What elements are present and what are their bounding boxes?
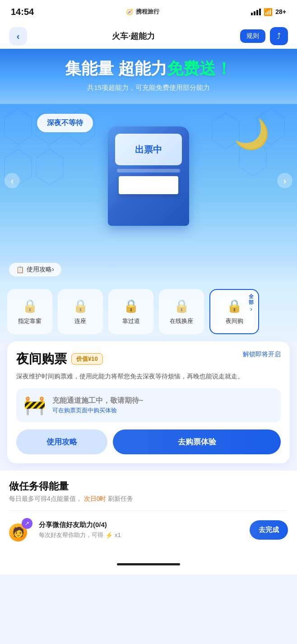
- home-bar: [117, 563, 180, 565]
- rules-button[interactable]: 规则: [240, 29, 265, 43]
- ticket-machine: 出票中: [108, 126, 189, 226]
- feature-label: 指定靠窗: [18, 317, 42, 325]
- lock-icon: 🔒: [73, 299, 88, 313]
- status-center: 🧭 携程旅行: [126, 8, 159, 16]
- status-time: 14:54: [11, 7, 34, 17]
- lock-icon: 🔒: [174, 299, 190, 313]
- share-button[interactable]: ⤴: [270, 27, 288, 45]
- unlock-text: 解锁即将开启: [243, 350, 281, 359]
- nav-bar: ‹ 火车·超能力 规则 ⤴: [0, 23, 297, 49]
- page-title: 火车·超能力: [112, 31, 155, 42]
- hero-title: 集能量 超能力免费送！: [11, 58, 286, 80]
- machine-screen: 出票中: [115, 134, 182, 165]
- left-arrow-icon: ‹: [11, 176, 14, 186]
- tasks-title: 做任务得能量: [9, 480, 288, 493]
- hero-banner: 集能量 超能力免费送！ 共15项超能力，可充能免费使用部分能力: [0, 49, 297, 104]
- carousel-prev-button[interactable]: ‹: [5, 173, 20, 188]
- buy-button[interactable]: 去购票体验: [113, 429, 281, 454]
- hero-subtitle: 共15项超能力，可充能免费使用部分能力: [11, 84, 286, 92]
- machine-slot: [117, 169, 180, 173]
- back-button[interactable]: ‹: [9, 27, 27, 45]
- all-label: 全部 ›: [249, 294, 254, 313]
- task-name: 分享微信好友助力(0/4): [39, 521, 243, 529]
- feature-label: 在线换座: [170, 317, 193, 325]
- battery-indicator: 28+: [275, 8, 286, 15]
- speech-bubble: 深夜不等待: [36, 113, 94, 133]
- feature-window[interactable]: 🔒 指定靠窗: [7, 289, 52, 334]
- guide-section: 📋 使用攻略›: [0, 257, 297, 284]
- task-info: 分享微信好友助力(0/4) 每次好友帮你助力，可得 ⚡ x1: [39, 521, 243, 539]
- avatar-arrow-icon: ↗: [22, 518, 32, 529]
- construction-icon: 🚧: [23, 395, 46, 416]
- share-icon: ⤴: [277, 32, 281, 41]
- feature-exchange[interactable]: 🔒 在线换座: [159, 289, 204, 334]
- guide-link[interactable]: 📋 使用攻略›: [9, 263, 61, 276]
- right-arrow-icon: ›: [283, 176, 287, 186]
- features-section: 🔒 指定靠窗 🔒 连座 🔒 靠过道 🔒 在线换座 🔒 全部 › 夜间购: [0, 284, 297, 341]
- tasks-subtitle: 每日最多可得4点能量值， 次日0时 刷新任务: [9, 495, 288, 503]
- feature-label: 夜间购: [226, 317, 243, 325]
- construction-notice: 🚧 充能通道施工中，敬请期待~ 可在购票页面中购买体验: [16, 388, 281, 422]
- tasks-section: 做任务得能量 每日最多可得4点能量值， 次日0时 刷新任务 🧑 ↗ 分享微信好友…: [0, 471, 297, 558]
- app-logo-icon: 🧭: [126, 9, 133, 15]
- features-scroll: 🔒 指定靠窗 🔒 连座 🔒 靠过道 🔒 在线换座 🔒 全部 › 夜间购: [7, 289, 290, 334]
- moon-icon: 🌙: [234, 117, 270, 151]
- nav-actions: 规则 ⤴: [240, 27, 288, 45]
- app-name: 携程旅行: [136, 8, 159, 16]
- guide-icon: 📋: [16, 266, 24, 273]
- action-buttons: 使用攻略 去购票体验: [16, 429, 281, 454]
- machine-ticket: [119, 176, 178, 194]
- main-card: 夜间购票 价值¥10 解锁即将开启 深夜维护时间购票难，使用此能力将帮您免去深夜…: [7, 341, 290, 463]
- refresh-time: 次日0时: [84, 495, 107, 502]
- feature-label: 靠过道: [122, 317, 140, 325]
- signal-icon: [251, 8, 261, 15]
- guide-label: 使用攻略›: [27, 266, 54, 274]
- task-reward: 每次好友帮你助力，可得 ⚡ x1: [39, 531, 243, 539]
- lock-icon: 🔒: [123, 299, 139, 313]
- energy-icon: ⚡: [105, 532, 113, 539]
- construction-title: 充能通道施工中，敬请期待~: [52, 396, 143, 406]
- feature-adjacent[interactable]: 🔒 连座: [58, 289, 103, 334]
- construction-text: 充能通道施工中，敬请期待~ 可在购票页面中购买体验: [52, 396, 143, 415]
- card-main-title: 夜间购票: [16, 350, 67, 368]
- guide-button[interactable]: 使用攻略: [16, 429, 107, 454]
- status-right: 📶 28+: [251, 8, 286, 16]
- wifi-icon: 📶: [264, 8, 273, 16]
- feature-label: 连座: [74, 317, 86, 325]
- lock-icon: 🔒: [22, 299, 38, 313]
- back-icon: ‹: [17, 31, 20, 42]
- complete-button[interactable]: 去完成: [250, 520, 288, 540]
- card-header: 夜间购票 价值¥10 解锁即将开启: [16, 350, 281, 368]
- feature-night-all[interactable]: 🔒 全部 › 夜间购: [209, 289, 259, 334]
- carousel-next-button[interactable]: ›: [277, 173, 292, 188]
- feature-aisle[interactable]: 🔒 靠过道: [108, 289, 153, 334]
- carousel-area: ‹ 深夜不等待 🌙 出票中 ›: [0, 104, 297, 257]
- ticket-scene: 深夜不等待 🌙 出票中: [0, 113, 297, 248]
- status-bar: 14:54 🧭 携程旅行 📶 28+: [0, 0, 297, 23]
- construction-subtitle: 可在购票页面中购买体验: [52, 406, 143, 415]
- home-indicator: [0, 558, 297, 574]
- task-avatar: 🧑 ↗: [9, 518, 32, 541]
- lock-icon: 🔒: [227, 299, 242, 313]
- task-share: 🧑 ↗ 分享微信好友助力(0/4) 每次好友帮你助力，可得 ⚡ x1 去完成: [9, 510, 288, 549]
- card-title-row: 夜间购票 价值¥10: [16, 350, 103, 368]
- card-description: 深夜维护时间购票难，使用此能力将帮您免去深夜等待烦恼，再晚也能说走就走。: [16, 371, 281, 381]
- price-badge: 价值¥10: [71, 353, 103, 365]
